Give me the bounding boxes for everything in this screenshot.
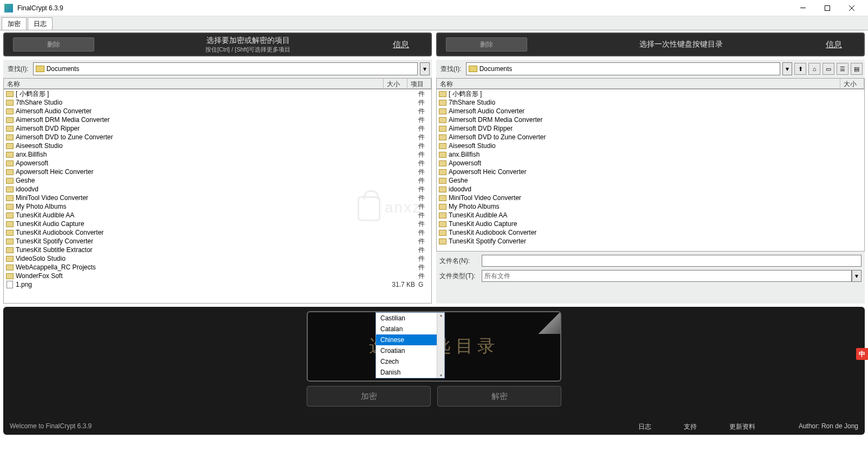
ime-badge[interactable]: 中 — [856, 348, 868, 360]
file-name: TunesKit Audio Capture — [16, 220, 418, 228]
list-item[interactable]: TunesKit Audio Capture件 — [4, 220, 431, 228]
list-item[interactable]: VideoSolo Studio件 — [4, 254, 431, 263]
file-type: 件 — [418, 167, 431, 177]
lookup-input-left[interactable]: Documents — [33, 62, 418, 75]
list-item[interactable]: Aimersoft DVD to Zune Converter — [437, 133, 864, 141]
close-button[interactable] — [839, 0, 864, 16]
info-left-link[interactable]: 信息 — [393, 40, 409, 50]
list-item[interactable]: Aimersoft Audio Converter件 — [4, 107, 431, 115]
filetype-dropdown[interactable]: ▾ — [852, 270, 861, 282]
file-name: Aimersoft DVD to Zune Converter — [449, 133, 864, 141]
file-list-left[interactable]: [ 小鹤音形 ]件7thShare Studio件Aimersoft Audio… — [3, 89, 432, 304]
list-view-icon[interactable]: ☰ — [837, 63, 848, 75]
list-item[interactable]: Apowersoft Heic Converter件 — [4, 167, 431, 176]
list-item[interactable]: Aimersoft DRM Media Converter件 — [4, 115, 431, 124]
lang-option[interactable]: Catalan — [376, 324, 444, 334]
filetype-select[interactable]: 所有文件 — [482, 270, 852, 282]
list-item[interactable]: Apowersoft件 — [4, 159, 431, 167]
home-icon[interactable]: ⌂ — [808, 63, 820, 75]
list-item[interactable]: idoodvd — [437, 185, 864, 194]
encrypt-button[interactable]: 加密 — [307, 386, 431, 407]
list-item[interactable]: 1.png31.7 KBG — [4, 280, 431, 289]
list-item[interactable]: Apowersoft Heic Converter — [437, 167, 864, 176]
list-item[interactable]: TunesKit Subtitle Extractor件 — [4, 246, 431, 254]
folder-icon — [6, 273, 14, 279]
file-name: 7thShare Studio — [449, 99, 864, 106]
list-item[interactable]: TunesKit Audiobook Converter — [437, 228, 864, 237]
col-name-r[interactable]: 名称 — [437, 79, 840, 88]
list-item[interactable]: Geshe件 — [4, 176, 431, 185]
list-item[interactable]: Geshe — [437, 176, 864, 185]
list-item[interactable]: Aimersoft DVD Ripper件 — [4, 124, 431, 133]
list-item[interactable]: Aimersoft DVD Ripper — [437, 124, 864, 133]
details-view-icon[interactable]: ▤ — [851, 63, 863, 75]
language-dropdown[interactable]: CastilianCatalanChineseCroatianCzechDani… — [375, 312, 445, 378]
minimize-button[interactable] — [791, 0, 815, 16]
list-item[interactable]: Aimersoft Audio Converter — [437, 107, 864, 115]
file-name: [ 小鹤音形 ] — [449, 89, 864, 99]
list-item[interactable]: [ 小鹤音形 ]件 — [4, 89, 431, 98]
file-type: 件 — [418, 150, 431, 159]
delete-right-button[interactable]: 删除 — [446, 37, 527, 51]
lookup-dropdown-left[interactable]: ▾ — [420, 62, 430, 75]
list-item[interactable]: idoodvd件 — [4, 185, 431, 194]
lang-option[interactable]: Danish — [376, 367, 444, 378]
maximize-button[interactable] — [815, 0, 839, 16]
list-item[interactable]: anx.Billfish件 — [4, 150, 431, 159]
status-support[interactable]: 支持 — [684, 422, 697, 431]
svg-rect-0 — [800, 8, 806, 8]
list-item[interactable]: My Photo Albums件 — [4, 202, 431, 211]
decrypt-button[interactable]: 解密 — [437, 386, 561, 407]
list-item[interactable]: MiniTool Video Converter — [437, 194, 864, 202]
status-log[interactable]: 日志 — [638, 422, 651, 431]
file-type: 件 — [418, 194, 431, 203]
list-item[interactable]: TunesKit Spotify Converter件 — [4, 237, 431, 246]
tab-bar: 加密 日志 — [0, 16, 868, 30]
tab-encrypt[interactable]: 加密 — [2, 17, 27, 30]
file-name: Apowersoft — [16, 159, 418, 167]
lookup-dropdown-right[interactable]: ▾ — [782, 62, 792, 75]
list-item[interactable]: Aiseesoft Studio件 — [4, 141, 431, 150]
scrollbar[interactable] — [437, 313, 444, 378]
list-item[interactable]: WebAcappella_RC Projects件 — [4, 263, 431, 272]
folder-icon — [439, 91, 446, 97]
list-item[interactable]: My Photo Albums — [437, 202, 864, 211]
col-type[interactable]: 项目类 — [407, 79, 431, 88]
lookup-value-right: Documents — [480, 65, 513, 73]
lang-option[interactable]: Croatian — [376, 345, 444, 356]
list-item[interactable]: MiniTool Video Converter件 — [4, 194, 431, 202]
list-item[interactable]: 7thShare Studio — [437, 98, 864, 107]
info-right-link[interactable]: 信息 — [826, 40, 842, 50]
list-item[interactable]: anx.Billfish — [437, 150, 864, 159]
list-item[interactable]: TunesKit Audible AA — [437, 211, 864, 220]
tab-log[interactable]: 日志 — [28, 17, 53, 30]
lang-option[interactable]: Castilian — [376, 313, 444, 324]
list-item[interactable]: TunesKit Audible AA件 — [4, 211, 431, 220]
file-list-right[interactable]: [ 小鹤音形 ]7thShare StudioAimersoft Audio C… — [436, 89, 865, 252]
col-size-r[interactable]: 大小 — [840, 79, 864, 88]
list-item[interactable]: TunesKit Audio Capture — [437, 220, 864, 228]
list-item[interactable]: 7thShare Studio件 — [4, 98, 431, 107]
list-item[interactable]: TunesKit Spotify Converter — [437, 237, 864, 246]
lang-option[interactable]: Chinese — [376, 334, 444, 345]
list-item[interactable]: TunesKit Audiobook Converter件 — [4, 228, 431, 237]
list-item[interactable]: WonderFox Soft件 — [4, 272, 431, 280]
filename-input[interactable] — [482, 255, 861, 267]
up-folder-icon[interactable]: ⬆ — [794, 63, 806, 75]
lang-option[interactable]: Czech — [376, 356, 444, 367]
list-item[interactable]: Aimersoft DVD to Zune Converter件 — [4, 133, 431, 141]
status-update[interactable]: 更新资料 — [729, 422, 755, 431]
list-item[interactable]: [ 小鹤音形 ] — [437, 89, 864, 98]
delete-left-button[interactable]: 删除 — [13, 37, 94, 51]
new-folder-icon[interactable]: ▭ — [822, 63, 834, 75]
lookup-input-right[interactable]: Documents — [466, 62, 780, 75]
list-item[interactable]: Aiseesoft Studio — [437, 141, 864, 150]
file-type: 件 — [418, 211, 431, 220]
col-name[interactable]: 名称 — [4, 79, 384, 88]
list-item[interactable]: Apowersoft — [437, 159, 864, 167]
file-name: Aimersoft DVD Ripper — [16, 125, 418, 132]
col-size[interactable]: 大小 — [384, 79, 407, 88]
folder-icon — [439, 239, 446, 244]
list-item[interactable]: Aimersoft DRM Media Converter — [437, 115, 864, 124]
file-name: idoodvd — [16, 185, 418, 193]
